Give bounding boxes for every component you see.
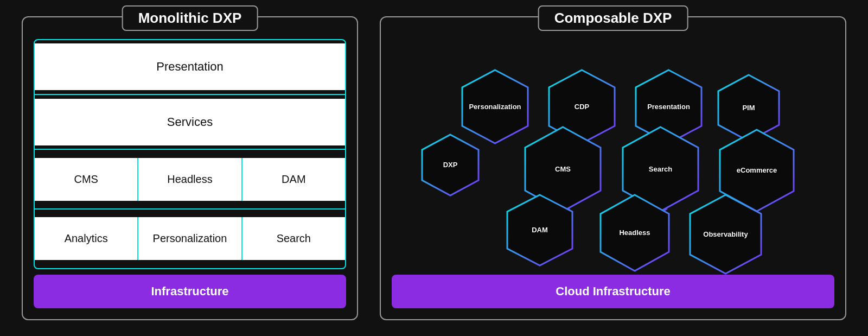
services-cell: Services [35, 99, 345, 145]
presentation-cell: Presentation [35, 43, 345, 90]
personalization-cell: Personalization [138, 217, 242, 260]
presentation-row: Presentation [35, 40, 345, 95]
composable-title: Composable DXP [538, 5, 688, 31]
hex-dxp: DXP [418, 132, 483, 198]
hexagons-area: Personalization CDP Presentation [401, 46, 825, 263]
monolithic-title: Monolithic DXP [122, 5, 258, 31]
monolithic-box: Monolithic DXP Presentation Services CMS… [22, 16, 358, 320]
hex-dam: DAM [502, 192, 578, 268]
composable-box: Composable DXP [380, 16, 846, 320]
main-container: Monolithic DXP Presentation Services CMS… [0, 0, 868, 336]
analytics-cell: Analytics [35, 217, 138, 260]
cms-row: CMS Headless DAM [35, 150, 345, 210]
search-cell: Search [242, 217, 345, 260]
comp-infra: Cloud Infrastructure [392, 275, 834, 308]
mono-infra: Infrastructure [34, 275, 346, 308]
cms-cell: CMS [35, 158, 138, 201]
dam-cell: DAM [242, 158, 345, 201]
analytics-row: Analytics Personalization Search [35, 210, 345, 268]
hex-headless: Headless [594, 192, 675, 274]
composable-inner: Personalization CDP Presentation [392, 39, 834, 269]
headless-cell: Headless [138, 158, 242, 201]
services-row: Services [35, 95, 345, 150]
hex-observability: Observability [684, 192, 768, 276]
mono-inner: Presentation Services CMS Headless DAM A… [34, 39, 346, 269]
